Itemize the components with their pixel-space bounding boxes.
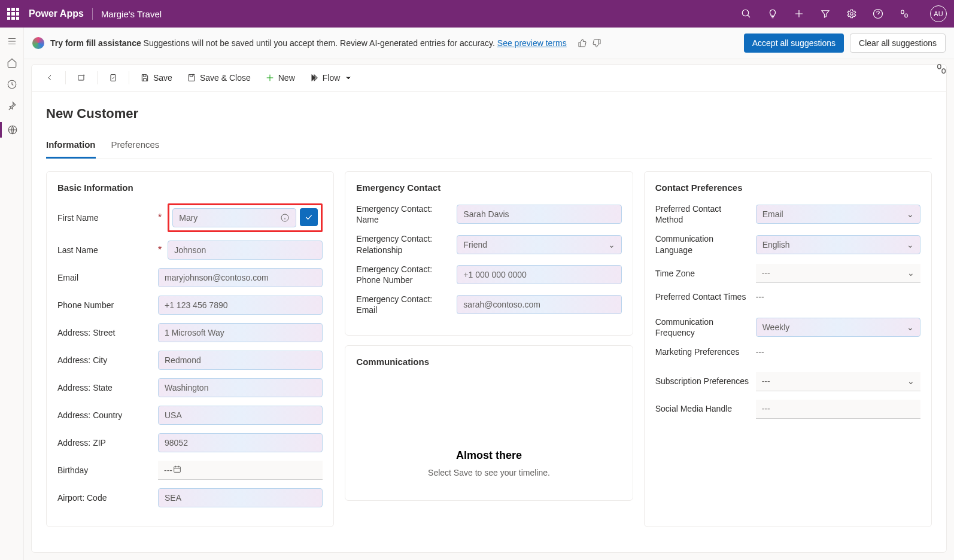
timeline-empty-state: Almost there Select Save to see your tim…	[356, 378, 621, 489]
zip-input[interactable]: 98052	[158, 433, 323, 452]
chevron-down-icon: ⌄	[907, 268, 914, 278]
section-header: Contact Preferences	[655, 182, 920, 193]
clear-all-button[interactable]: Clear all suggestions	[850, 34, 946, 53]
label-ec-email: Emergency Contact: Email	[356, 294, 452, 315]
state-input[interactable]: Washington	[158, 378, 323, 397]
top-bar: Power Apps Margie's Travel AU	[0, 0, 954, 28]
label-freq: Communication Frequency	[655, 316, 751, 338]
label-ec-phone: Emergency Contact: Phone Number	[356, 264, 452, 285]
ec-name-input[interactable]: Sarah Davis	[457, 205, 621, 224]
hamburger-icon[interactable]	[7, 36, 17, 47]
chevron-down-icon: ⌄	[907, 209, 914, 219]
chevron-down-icon: ⌄	[907, 376, 914, 386]
thumbs-up-icon[interactable]	[578, 38, 587, 48]
label-birthday: Birthday	[57, 465, 153, 475]
label-method: Preferred Contact Method	[655, 203, 751, 225]
chevron-down-icon: ⌄	[907, 322, 914, 332]
airport-input[interactable]: SEA	[158, 488, 323, 507]
divider	[92, 8, 93, 20]
gear-icon[interactable]	[846, 8, 857, 19]
banner-text: Try form fill assistance Suggestions wil…	[50, 38, 567, 48]
save-close-button[interactable]: Save & Close	[181, 69, 257, 86]
accept-all-button[interactable]: Accept all suggestions	[744, 34, 844, 53]
communications-card: Communications Almost there Select Save …	[345, 345, 633, 501]
copilot-icon[interactable]	[899, 8, 910, 19]
sub-select[interactable]: ---⌄	[756, 372, 920, 391]
accept-suggestion-button[interactable]	[300, 208, 318, 226]
birthday-input[interactable]: ---	[158, 461, 323, 480]
preferences-card: Contact Preferences Preferred Contact Me…	[644, 171, 932, 527]
svg-point-0	[742, 10, 749, 16]
filter-icon[interactable]	[820, 8, 831, 19]
social-input[interactable]: ---	[756, 400, 920, 419]
street-input[interactable]: 1 Microsoft Way	[158, 323, 323, 342]
avatar[interactable]: AU	[930, 5, 947, 22]
label-lang: Communication Language	[655, 233, 751, 255]
plus-icon[interactable]	[794, 8, 804, 19]
info-icon[interactable]	[280, 213, 290, 223]
thumbs-down-icon[interactable]	[592, 38, 601, 48]
email-input[interactable]: maryjohnson@contoso.com	[158, 268, 323, 287]
home-icon[interactable]	[7, 57, 17, 68]
task-button[interactable]	[102, 69, 124, 86]
label-airport: Airport: Code	[57, 493, 153, 503]
label-country: Address: Country	[57, 410, 153, 420]
svg-rect-8	[174, 467, 181, 472]
label-phone: Phone Number	[57, 300, 153, 310]
page-content: New Customer Information Preferences Bas…	[31, 92, 947, 553]
marketing-value[interactable]: ---	[756, 347, 920, 357]
tz-select[interactable]: ---⌄	[756, 264, 920, 283]
save-button[interactable]: Save	[134, 69, 178, 86]
search-icon[interactable]	[741, 8, 752, 19]
label-email: Email	[57, 273, 153, 282]
required-marker: *	[158, 245, 162, 255]
copilot-logo-icon	[32, 37, 44, 49]
freq-select[interactable]: Weekly⌄	[756, 318, 920, 337]
open-new-window-button[interactable]	[71, 69, 92, 86]
help-icon[interactable]	[873, 8, 883, 19]
label-state: Address: State	[57, 383, 153, 392]
preview-terms-link[interactable]: See preview terms	[497, 38, 567, 48]
new-button[interactable]: New	[259, 69, 301, 86]
back-button[interactable]	[39, 69, 60, 86]
copilot-pane-toggle[interactable]	[935, 62, 948, 78]
label-ec-rel: Emergency Contact: Relationship	[356, 233, 452, 255]
ec-rel-select[interactable]: Friend⌄	[457, 235, 621, 254]
lang-select[interactable]: English⌄	[756, 235, 920, 254]
label-street: Address: Street	[57, 328, 153, 337]
country-input[interactable]: USA	[158, 406, 323, 425]
pin-icon[interactable]	[7, 101, 17, 111]
ec-phone-input[interactable]: +1 000 000 0000	[457, 265, 621, 284]
brand: Power Apps	[29, 8, 84, 19]
empty-text: Select Save to see your timeline.	[356, 468, 621, 477]
label-first-name: First Name	[57, 213, 153, 223]
highlighted-suggestion: Mary	[168, 203, 323, 232]
tab-preferences[interactable]: Preferences	[111, 139, 160, 159]
environment-name[interactable]: Margie's Travel	[101, 9, 162, 19]
nav-active-item[interactable]	[0, 122, 23, 138]
label-ec-name: Emergency Contact: Name	[356, 203, 452, 225]
phone-input[interactable]: +1 123 456 7890	[158, 296, 323, 315]
ec-email-input[interactable]: sarah@contoso.com	[457, 295, 621, 314]
app-launcher-icon[interactable]	[7, 8, 19, 20]
recent-icon[interactable]	[7, 79, 17, 90]
basic-info-card: Basic Information First Name * Mary Last…	[46, 171, 334, 527]
label-zip: Address: ZIP	[57, 438, 153, 448]
chevron-down-icon: ⌄	[608, 240, 615, 249]
flow-button[interactable]: Flow	[303, 69, 360, 86]
label-city: Address: City	[57, 355, 153, 365]
globe-icon	[7, 124, 18, 135]
ai-banner: Try form fill assistance Suggestions wil…	[24, 28, 954, 59]
page-title: New Customer	[46, 106, 932, 121]
svg-point-1	[850, 13, 853, 16]
lightbulb-icon[interactable]	[767, 8, 778, 19]
times-value[interactable]: ---	[756, 292, 920, 302]
last-name-input[interactable]: Johnson	[168, 241, 323, 260]
method-select[interactable]: Email⌄	[756, 205, 920, 224]
form-tabs: Information Preferences	[46, 139, 932, 159]
label-times: Preferred Contact Times	[655, 291, 751, 302]
label-tz: Time Zone	[655, 268, 751, 279]
city-input[interactable]: Redmond	[158, 351, 323, 370]
first-name-input[interactable]: Mary	[172, 208, 296, 227]
tab-information[interactable]: Information	[46, 139, 96, 159]
